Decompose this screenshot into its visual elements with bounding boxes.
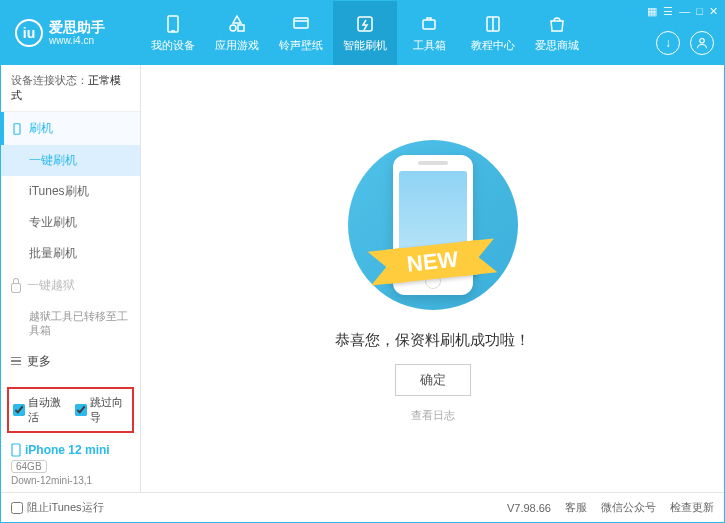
maximize-button[interactable]: □	[696, 5, 703, 18]
nav-tool[interactable]: 工具箱	[397, 1, 461, 65]
block-itunes-check[interactable]: 阻止iTunes运行	[11, 500, 507, 515]
menu-button[interactable]: ☰	[663, 5, 673, 18]
logo: iu 爱思助手 www.i4.cn	[1, 19, 141, 47]
ok-button[interactable]: 确定	[395, 364, 471, 396]
jailbreak-note: 越狱工具已转移至工具箱	[1, 302, 140, 345]
svg-rect-6	[423, 20, 435, 29]
category-more[interactable]: 更多	[1, 345, 140, 378]
logo-icon: iu	[15, 19, 43, 47]
flash-icon	[355, 14, 375, 34]
shop-icon	[547, 14, 567, 34]
category-flash[interactable]: 刷机	[1, 112, 140, 145]
phone-icon	[11, 123, 23, 135]
svg-point-9	[700, 39, 705, 44]
topbar: iu 爱思助手 www.i4.cn 我的设备应用游戏铃声壁纸智能刷机工具箱教程中…	[1, 1, 724, 65]
check-skip-guide[interactable]: 跳过向导	[75, 395, 129, 425]
sidebar: 设备连接状态：正常模式 刷机 一键刷机 iTunes刷机 专业刷机 批量刷机 一…	[1, 65, 141, 492]
svg-rect-3	[238, 25, 244, 31]
svg-point-2	[230, 25, 236, 31]
tool-icon	[419, 14, 439, 34]
success-message: 恭喜您，保资料刷机成功啦！	[335, 331, 530, 350]
nav-shop[interactable]: 爱思商城	[525, 1, 589, 65]
lock-icon	[11, 283, 21, 293]
sidebar-item-batch[interactable]: 批量刷机	[1, 238, 140, 269]
svg-rect-4	[294, 18, 308, 28]
storage-badge: 64GB	[11, 460, 47, 473]
svg-rect-11	[12, 444, 20, 456]
app-icon	[227, 14, 247, 34]
sidebar-item-itunes[interactable]: iTunes刷机	[1, 176, 140, 207]
music-icon	[291, 14, 311, 34]
nav-flash[interactable]: 智能刷机	[333, 1, 397, 65]
nav-music[interactable]: 铃声壁纸	[269, 1, 333, 65]
sidebar-item-oneclick[interactable]: 一键刷机	[1, 145, 140, 176]
nav-phone[interactable]: 我的设备	[141, 1, 205, 65]
window-controls: ▦ ☰ — □ ✕	[647, 5, 718, 18]
user-button[interactable]	[690, 31, 714, 55]
download-button[interactable]: ↓	[656, 31, 680, 55]
device-name: iPhone 12 mini	[11, 443, 130, 457]
minimize-button[interactable]: —	[679, 5, 690, 18]
category-jailbreak: 一键越狱	[1, 269, 140, 302]
main-panel: NEW 恭喜您，保资料刷机成功啦！ 确定 查看日志	[141, 65, 724, 492]
nav-app[interactable]: 应用游戏	[205, 1, 269, 65]
version-label: V7.98.66	[507, 502, 551, 514]
option-checks: 自动激活 跳过向导	[7, 387, 134, 433]
connection-status: 设备连接状态：正常模式	[1, 65, 140, 112]
check-auto-activate[interactable]: 自动激活	[13, 395, 67, 425]
skin-button[interactable]: ▦	[647, 5, 657, 18]
device-icon	[11, 443, 21, 457]
nav-book[interactable]: 教程中心	[461, 1, 525, 65]
update-link[interactable]: 检查更新	[670, 500, 714, 515]
list-icon	[11, 357, 21, 366]
nav-bar: 我的设备应用游戏铃声壁纸智能刷机工具箱教程中心爱思商城	[141, 1, 724, 65]
sidebar-item-pro[interactable]: 专业刷机	[1, 207, 140, 238]
sidebar-menu: 刷机 一键刷机 iTunes刷机 专业刷机 批量刷机 一键越狱 越狱工具已转移至…	[1, 112, 140, 383]
app-url: www.i4.cn	[49, 35, 105, 46]
device-info[interactable]: iPhone 12 mini 64GB Down-12mini-13,1	[1, 437, 140, 492]
footer: 阻止iTunes运行 V7.98.66 客服 微信公众号 检查更新	[1, 492, 724, 522]
firmware-label: Down-12mini-13,1	[11, 475, 130, 486]
success-illustration: NEW	[333, 135, 533, 315]
svg-rect-10	[14, 123, 20, 134]
svg-rect-0	[168, 16, 178, 32]
sidebar-item-other[interactable]: 其他工具	[1, 378, 140, 383]
wechat-link[interactable]: 微信公众号	[601, 500, 656, 515]
support-link[interactable]: 客服	[565, 500, 587, 515]
close-button[interactable]: ✕	[709, 5, 718, 18]
view-log-link[interactable]: 查看日志	[411, 408, 455, 423]
book-icon	[483, 14, 503, 34]
phone-icon	[163, 14, 183, 34]
app-name: 爱思助手	[49, 20, 105, 35]
